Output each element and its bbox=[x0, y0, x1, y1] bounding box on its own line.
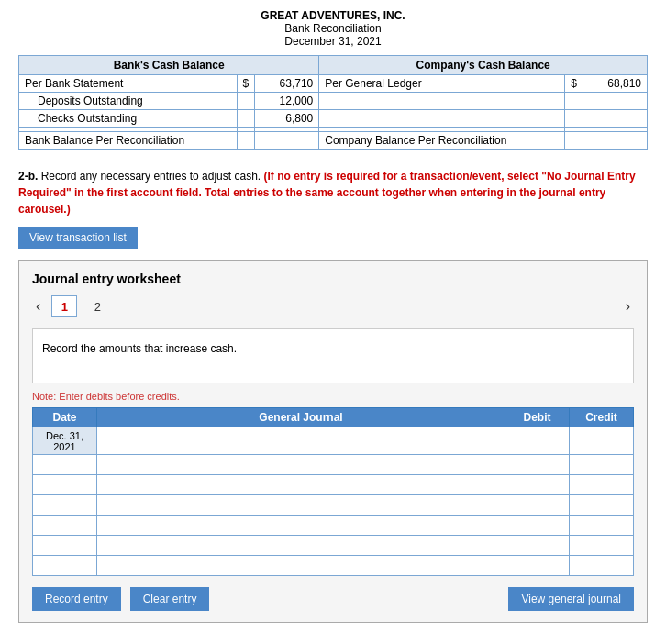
date-input-cell[interactable] bbox=[33, 495, 97, 516]
page-1-indicator[interactable]: 1 bbox=[51, 295, 77, 317]
debit-cell[interactable] bbox=[505, 475, 570, 495]
credit-cell[interactable] bbox=[570, 495, 634, 516]
worksheet-instruction-box: Record the amounts that increase cash. bbox=[32, 328, 634, 383]
debit-cell[interactable] bbox=[505, 455, 570, 475]
part-label: 2-b. bbox=[18, 170, 38, 183]
bank-cash-balance-header: Bank's Cash Balance bbox=[19, 56, 319, 75]
company-row3-label bbox=[319, 110, 565, 128]
date-column-header: Date bbox=[33, 408, 97, 427]
journal-entry-cell[interactable] bbox=[97, 516, 505, 536]
journal-entry-cell[interactable] bbox=[97, 495, 505, 516]
journal-entry-cell[interactable] bbox=[97, 536, 505, 556]
debit-cell[interactable] bbox=[505, 516, 570, 536]
date-input-cell[interactable] bbox=[33, 556, 97, 576]
page-2-indicator[interactable]: 2 bbox=[84, 295, 110, 317]
deposits-dollar bbox=[237, 93, 255, 110]
journal-table: Date General Journal Debit Credit Dec. 3… bbox=[32, 407, 634, 576]
report-title: Bank Reconciliation bbox=[18, 22, 648, 35]
journal-entry-cell[interactable] bbox=[97, 455, 505, 475]
reconciliation-table: Bank's Cash Balance Company's Cash Balan… bbox=[18, 55, 648, 150]
credit-cell[interactable] bbox=[570, 427, 634, 455]
date-cell: Dec. 31, 2021 bbox=[33, 427, 97, 455]
bank-reconciliation-total-label: Bank Balance Per Reconciliation bbox=[19, 132, 238, 150]
debit-cell[interactable] bbox=[505, 556, 570, 576]
clear-entry-button[interactable]: Clear entry bbox=[130, 587, 210, 611]
company-reconciliation-total-value bbox=[583, 132, 648, 150]
per-bank-amount: 63,710 bbox=[255, 75, 319, 93]
report-date: December 31, 2021 bbox=[18, 35, 648, 48]
view-general-journal-button[interactable]: View general journal bbox=[508, 587, 634, 611]
worksheet-actions: Record entry Clear entry View general jo… bbox=[32, 587, 634, 611]
report-header: GREAT ADVENTURES, INC. Bank Reconciliati… bbox=[18, 9, 648, 48]
date-input-cell[interactable] bbox=[33, 475, 97, 495]
instructions-text: Record any necessary entries to adjust c… bbox=[41, 170, 261, 183]
worksheet-instruction-text: Record the amounts that increase cash. bbox=[42, 342, 237, 355]
checks-outstanding-label: Checks Outstanding bbox=[19, 110, 238, 128]
bank-reconciliation-total-value bbox=[255, 132, 319, 150]
date-input-cell[interactable] bbox=[33, 536, 97, 556]
general-journal-column-header: General Journal bbox=[97, 408, 505, 427]
per-general-ledger-label: Per General Ledger bbox=[319, 75, 565, 93]
company-name: GREAT ADVENTURES, INC. bbox=[18, 9, 648, 22]
debit-cell[interactable] bbox=[505, 427, 570, 455]
deposits-amount: 12,000 bbox=[255, 93, 319, 110]
journal-entry-cell[interactable] bbox=[97, 427, 505, 455]
credit-cell[interactable] bbox=[570, 475, 634, 495]
credit-cell[interactable] bbox=[570, 536, 634, 556]
deposits-outstanding-label: Deposits Outstanding bbox=[19, 93, 238, 110]
credit-cell[interactable] bbox=[570, 455, 634, 475]
company-cash-balance-header: Company's Cash Balance bbox=[319, 56, 648, 75]
debit-cell[interactable] bbox=[505, 495, 570, 516]
checks-amount: 6,800 bbox=[255, 110, 319, 128]
per-bank-statement-label: Per Bank Statement bbox=[19, 75, 238, 93]
credit-cell[interactable] bbox=[570, 516, 634, 536]
per-general-ledger-amount: 68,810 bbox=[583, 75, 648, 93]
record-entry-button[interactable]: Record entry bbox=[32, 587, 121, 611]
worksheet-title: Journal entry worksheet bbox=[32, 272, 634, 286]
company-row2-label bbox=[319, 93, 565, 110]
company-reconciliation-total-label: Company Balance Per Reconciliation bbox=[319, 132, 565, 150]
journal-entry-cell[interactable] bbox=[97, 475, 505, 495]
credit-column-header: Credit bbox=[570, 408, 634, 427]
page-navigation: ‹ 1 2 › bbox=[32, 295, 634, 317]
credit-cell[interactable] bbox=[570, 556, 634, 576]
company-dollar-sign: $ bbox=[565, 75, 583, 93]
instructions-block: 2-b. Record any necessary entries to adj… bbox=[18, 168, 648, 217]
date-input-cell[interactable] bbox=[33, 455, 97, 475]
debit-cell[interactable] bbox=[505, 536, 570, 556]
next-page-button[interactable]: › bbox=[622, 298, 634, 315]
date-input-cell[interactable] bbox=[33, 516, 97, 536]
journal-entry-worksheet: Journal entry worksheet ‹ 1 2 › Record t… bbox=[18, 260, 648, 623]
view-transaction-list-button[interactable]: View transaction list bbox=[18, 227, 138, 249]
debit-column-header: Debit bbox=[505, 408, 570, 427]
journal-entry-cell[interactable] bbox=[97, 556, 505, 576]
prev-page-button[interactable]: ‹ bbox=[32, 298, 44, 315]
note-text: Note: Enter debits before credits. bbox=[32, 391, 634, 402]
bank-dollar-sign: $ bbox=[237, 75, 255, 93]
